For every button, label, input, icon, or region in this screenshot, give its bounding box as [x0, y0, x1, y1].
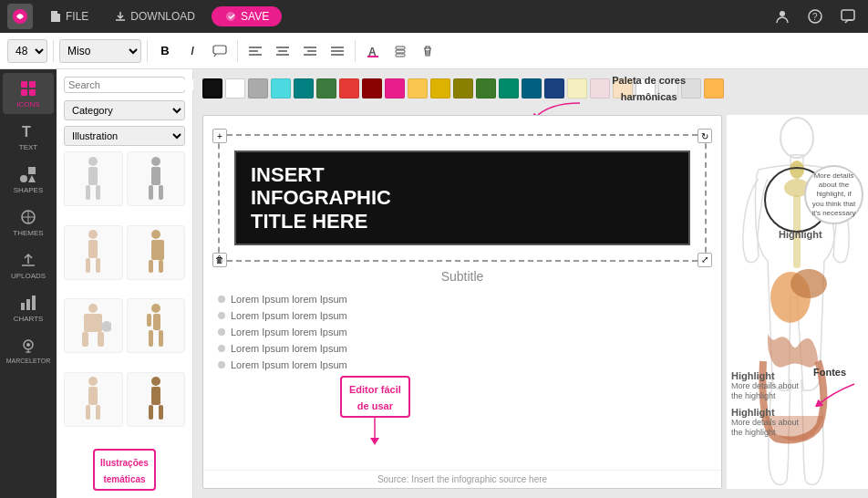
bullet-text: Lorem Ipsum lorem Ipsum [231, 310, 347, 321]
color-swatch-olive[interactable] [453, 78, 473, 99]
file-button[interactable]: FILE [40, 6, 98, 26]
sidebar-item-icons[interactable]: ICONS [3, 73, 54, 114]
illustration-select[interactable]: Illustration [64, 126, 185, 146]
canvas-area: Paleta de cores harmônicas Elementos de … [193, 69, 868, 498]
color-swatch-yellow[interactable] [408, 78, 428, 99]
sidebar-item-shapes[interactable]: SHAPES [3, 159, 54, 200]
chat-button[interactable] [835, 4, 861, 29]
color-swatch-emerald[interactable] [499, 78, 519, 99]
illustration-item[interactable] [64, 372, 123, 427]
profile-button[interactable] [770, 4, 795, 29]
svg-rect-72 [159, 405, 163, 420]
illustration-item[interactable] [127, 151, 186, 206]
speech-bubble-button[interactable] [208, 39, 232, 63]
sidebar-item-uploads[interactable]: UPLOADS [3, 244, 54, 285]
illustration-item[interactable] [127, 225, 186, 280]
svg-rect-34 [32, 296, 36, 310]
color-swatch-darkgreen[interactable] [476, 78, 496, 99]
svg-rect-68 [96, 405, 100, 420]
color-swatch-gray[interactable] [248, 78, 268, 99]
color-swatch-teal[interactable] [294, 78, 314, 99]
save-button[interactable]: SAVE [212, 6, 282, 26]
subtitle-text[interactable]: Subtitle [218, 269, 707, 284]
title-text-block[interactable]: INSERTINFOGRAPHICTITLE HERE [234, 150, 690, 245]
bullet-text: Lorem Ipsum lorem Ipsum [231, 343, 347, 354]
italic-button[interactable]: I [181, 39, 204, 63]
search-box[interactable] [64, 77, 185, 93]
illustration-item[interactable] [64, 225, 123, 280]
svg-rect-63 [159, 330, 163, 347]
illustration-item[interactable] [127, 372, 186, 427]
sidebar-item-charts[interactable]: CHARTS [3, 287, 54, 328]
color-swatch-gold[interactable] [430, 78, 450, 99]
sidebar-item-themes[interactable]: THEMES [3, 202, 54, 243]
illustration-item[interactable] [127, 298, 186, 353]
delete-button[interactable] [416, 39, 439, 63]
title-selection[interactable]: + ↻ 🗑 ⤢ INSERTINFOGRAPHICTITLE HERE [218, 134, 707, 262]
color-swatch-black[interactable] [202, 78, 222, 99]
illustration-item[interactable] [64, 151, 123, 206]
bullet-item[interactable]: Lorem Ipsum lorem Ipsum [218, 324, 707, 340]
main-area: ICONS T TEXT SHAPES THEMES UPLOADS [0, 69, 868, 498]
illustration-item[interactable] [64, 298, 123, 353]
rotate-handle[interactable]: ↻ [698, 129, 712, 143]
font-size-select[interactable]: 4836241812 [7, 39, 47, 63]
content-section: Subtitle Lorem Ipsum lorem Ipsum Lorem I… [203, 269, 721, 373]
color-swatch-pink[interactable] [385, 78, 405, 99]
divider2 [147, 40, 148, 62]
download-label: DOWNLOAD [130, 10, 195, 23]
sidebar-label-uploads: UPLOADS [11, 272, 46, 280]
color-swatch-cyan[interactable] [271, 78, 291, 99]
editor-annotation-text: Editor fácil de usar [349, 384, 401, 411]
svg-rect-46 [159, 185, 163, 200]
svg-point-60 [151, 304, 160, 313]
layers-button[interactable] [388, 39, 412, 63]
svg-point-43 [151, 157, 160, 166]
svg-rect-64 [147, 314, 151, 327]
add-element-handle[interactable]: + [212, 129, 227, 143]
color-swatch-lightpink[interactable] [590, 78, 610, 99]
svg-point-2 [780, 11, 785, 16]
highlight2-label: Highlight [731, 407, 799, 418]
color-swatch-lightyellow[interactable] [567, 78, 587, 99]
download-button[interactable]: DOWNLOAD [105, 6, 204, 26]
color-swatch-teal2[interactable] [522, 78, 542, 99]
color-swatch-darkred[interactable] [362, 78, 382, 99]
delete-handle[interactable]: 🗑 [212, 253, 227, 267]
align-center-button[interactable] [271, 39, 294, 63]
svg-rect-25 [29, 81, 36, 88]
ilustracoes-annotation-text: Ilustrações temáticas [100, 458, 149, 484]
resize-handle[interactable]: ⤢ [698, 253, 712, 267]
source-bar: Source: Insert the infographic source he… [203, 470, 721, 488]
bullet-item[interactable]: Lorem Ipsum lorem Ipsum [218, 291, 707, 307]
highlight1-container: Highlight More details about the highlig… [731, 370, 799, 402]
bullet-item[interactable]: Lorem Ipsum lorem Ipsum [218, 340, 707, 357]
bullet-item[interactable]: Lorem Ipsum lorem Ipsum [218, 357, 707, 373]
help-button[interactable]: ? [802, 4, 828, 29]
bullet-text: Lorem Ipsum lorem Ipsum [231, 327, 347, 337]
icons-icon [18, 78, 38, 99]
svg-point-55 [88, 304, 98, 313]
color-swatch-red[interactable] [339, 78, 359, 99]
color-swatch-navy[interactable] [544, 78, 564, 99]
svg-point-51 [151, 230, 160, 239]
svg-rect-49 [86, 258, 90, 273]
color-swatch-orange[interactable] [704, 78, 724, 99]
svg-rect-20 [367, 56, 378, 57]
sidebar-item-marceletor[interactable]: MARCELETOR [3, 330, 54, 369]
search-input[interactable] [68, 79, 194, 90]
bold-button[interactable]: B [153, 39, 177, 63]
align-justify-button[interactable] [326, 39, 349, 63]
sidebar-item-text[interactable]: T TEXT [3, 116, 54, 157]
color-swatch-white[interactable] [225, 78, 245, 99]
text-color-button[interactable]: A [361, 39, 385, 63]
svg-rect-59 [98, 332, 104, 347]
font-family-select[interactable]: MisoArialGeorgia [59, 39, 141, 63]
color-swatch-green[interactable] [316, 78, 336, 99]
category-select[interactable]: Category [64, 100, 185, 120]
bullet-item[interactable]: Lorem Ipsum lorem Ipsum [218, 307, 707, 324]
align-right-button[interactable] [298, 39, 322, 63]
canvas-document[interactable]: + ↻ 🗑 ⤢ INSERTINFOGRAPHICTITLE HERE Subt… [202, 115, 722, 489]
infographic-title: INSERTINFOGRAPHICTITLE HERE [251, 163, 674, 233]
align-left-button[interactable] [243, 39, 267, 63]
